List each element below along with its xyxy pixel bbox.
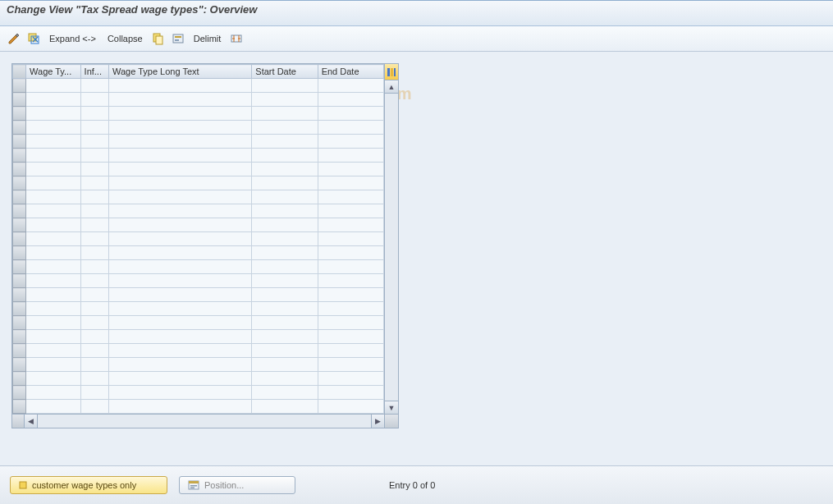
cell[interactable] [252,190,318,204]
select-all-icon[interactable] [26,31,41,46]
delimit-button[interactable]: Delimit [190,32,225,45]
cell[interactable] [318,260,383,274]
cell[interactable] [252,232,318,246]
cell[interactable] [108,232,251,246]
expand-button[interactable]: Expand <-> [46,32,99,45]
row-header[interactable] [13,135,26,149]
table-row[interactable] [13,218,384,232]
cell[interactable] [108,79,251,93]
table-row[interactable] [13,358,384,372]
row-header[interactable] [13,316,26,330]
col-header-long-text[interactable]: Wage Type Long Text [108,65,251,79]
cell[interactable] [80,121,108,135]
table-row[interactable] [13,79,384,93]
table-row[interactable] [13,190,384,204]
scroll-up-icon[interactable]: ▲ [385,80,398,94]
cell[interactable] [26,386,81,400]
cell[interactable] [26,274,81,288]
row-header[interactable] [13,372,26,386]
cell[interactable] [318,302,383,316]
cell[interactable] [108,218,251,232]
corner-cell[interactable] [13,65,26,79]
row-header[interactable] [13,400,26,414]
cell[interactable] [108,121,251,135]
row-header[interactable] [13,163,26,176]
cell[interactable] [26,218,81,232]
cell[interactable] [26,232,81,246]
row-header[interactable] [13,274,26,288]
cell[interactable] [318,149,383,163]
table-row[interactable] [13,316,384,330]
cell[interactable] [252,288,318,302]
row-header[interactable] [13,121,26,135]
cell[interactable] [80,163,108,176]
cell[interactable] [252,93,318,107]
row-header[interactable] [13,149,26,163]
cell[interactable] [252,121,318,135]
cell[interactable] [80,372,108,386]
cell[interactable] [80,344,108,358]
cell[interactable] [252,204,318,218]
cell[interactable] [252,344,318,358]
table-row[interactable] [13,274,384,288]
cell[interactable] [108,176,251,190]
row-header[interactable] [13,232,26,246]
cell[interactable] [26,400,81,414]
cell[interactable] [108,372,251,386]
cell[interactable] [26,176,81,190]
cell[interactable] [108,316,251,330]
cell[interactable] [318,204,383,218]
cell[interactable] [108,358,251,372]
cell[interactable] [80,400,108,414]
cell[interactable] [318,218,383,232]
cell[interactable] [318,330,383,344]
cell[interactable] [252,135,318,149]
table-row[interactable] [13,302,384,316]
row-header[interactable] [13,358,26,372]
cell[interactable] [318,190,383,204]
table-row[interactable] [13,260,384,274]
table-row[interactable] [13,93,384,107]
cell[interactable] [318,288,383,302]
cell[interactable] [252,260,318,274]
table-row[interactable] [13,386,384,400]
cell[interactable] [108,149,251,163]
cell[interactable] [252,302,318,316]
col-header-inf[interactable]: Inf... [80,65,108,79]
cell[interactable] [108,386,251,400]
vertical-scrollbar[interactable]: ▲ ▼ [384,64,398,414]
scroll-down-icon[interactable]: ▼ [385,401,398,414]
cell[interactable] [252,358,318,372]
col-header-end-date[interactable]: End Date [318,65,383,79]
cell[interactable] [108,204,251,218]
cell[interactable] [80,135,108,149]
cell[interactable] [108,260,251,274]
cell[interactable] [252,316,318,330]
cell[interactable] [26,204,81,218]
cell[interactable] [80,190,108,204]
scroll-track-h[interactable] [38,415,371,428]
table-row[interactable] [13,135,384,149]
cell[interactable] [318,386,383,400]
cell[interactable] [26,121,81,135]
cell[interactable] [26,149,81,163]
table-row[interactable] [13,372,384,386]
copy-icon[interactable] [151,31,166,46]
cell[interactable] [108,274,251,288]
cell[interactable] [26,302,81,316]
table-row[interactable] [13,288,384,302]
cell[interactable] [252,107,318,121]
table-row[interactable] [13,232,384,246]
row-header[interactable] [13,246,26,260]
row-header[interactable] [13,344,26,358]
save-var-icon[interactable] [171,31,185,46]
table-row[interactable] [13,400,384,414]
cell[interactable] [26,190,81,204]
collapse-button[interactable]: Collapse [104,32,146,45]
cell[interactable] [108,246,251,260]
cell[interactable] [252,400,318,414]
cell[interactable] [80,107,108,121]
row-header[interactable] [13,93,26,107]
row-header[interactable] [13,204,26,218]
cell[interactable] [80,79,108,93]
